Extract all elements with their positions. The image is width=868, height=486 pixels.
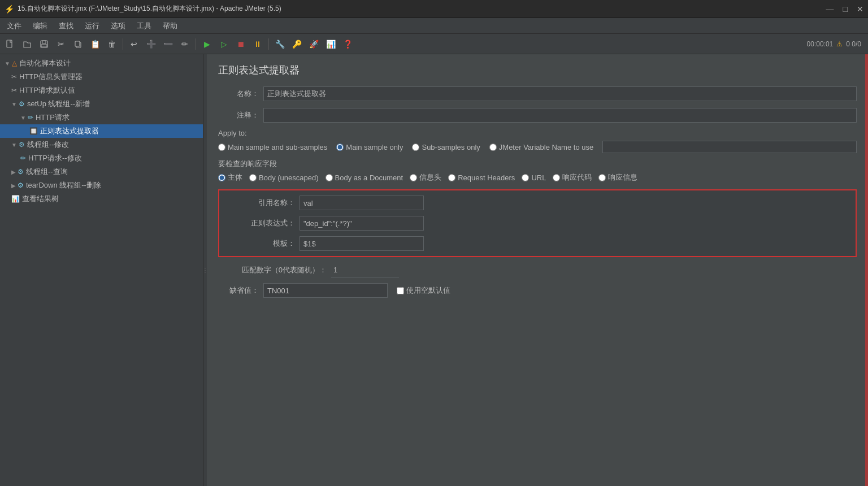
template-input[interactable] xyxy=(300,236,424,251)
menu-tools[interactable]: 工具 xyxy=(132,20,156,32)
apply-sub-only[interactable]: Sub-samples only xyxy=(412,143,480,151)
toolbar-paste[interactable]: 📋 xyxy=(87,36,103,52)
toolbar-start[interactable]: ▶ xyxy=(199,36,215,52)
resp-code[interactable]: 响应代码 xyxy=(553,172,592,183)
regex-input[interactable] xyxy=(300,216,424,231)
tree-item-http-header[interactable]: ✂ HTTP信息头管理器 xyxy=(0,70,203,84)
menu-file[interactable]: 文件 xyxy=(2,20,26,32)
toolbar-undo[interactable]: ↩ xyxy=(126,36,142,52)
resp-msg-radio[interactable] xyxy=(598,174,606,181)
toolbar-separator-1 xyxy=(123,38,123,50)
toolbar-edit[interactable]: ✏ xyxy=(177,36,193,52)
apply-main-sub[interactable]: Main sample and sub-samples xyxy=(218,143,327,151)
menu-run[interactable]: 运行 xyxy=(80,20,104,32)
resp-body-doc-label: Body as a Document xyxy=(335,173,403,182)
apply-jmeter-var-radio[interactable] xyxy=(489,144,497,151)
app-icon: ⚡ xyxy=(5,5,14,14)
toolbar-report[interactable]: 📊 xyxy=(323,36,338,52)
name-input[interactable] xyxy=(263,86,857,101)
toolbar-save[interactable] xyxy=(36,36,52,52)
close-button[interactable]: ✕ xyxy=(857,5,863,14)
toolbar-stop[interactable]: ⏹ xyxy=(233,36,249,52)
right-panel: 正则表达式提取器 名称： 注释： Apply to: Main sample a… xyxy=(207,54,868,486)
menu-options[interactable]: 选项 xyxy=(106,20,130,32)
resp-url-radio[interactable] xyxy=(522,174,529,181)
tree-item-modify-group[interactable]: ▼ ⚙ 线程组--修改 xyxy=(0,138,203,151)
toolbar-shutdown[interactable]: ⏸ xyxy=(250,36,266,52)
apply-sub-only-radio[interactable] xyxy=(412,144,419,151)
toolbar-delete[interactable]: 🗑 xyxy=(104,36,120,52)
tree-item-query-group[interactable]: ▶ ⚙ 线程组--查询 xyxy=(0,165,203,179)
highlighted-fields: 引用名称： 正则表达式： 模板： xyxy=(218,189,857,257)
toolbar-copy[interactable] xyxy=(70,36,86,52)
resp-body-unescaped-label: Body (unescaped) xyxy=(259,173,319,182)
default-input[interactable] xyxy=(263,283,388,298)
apply-main-sub-radio[interactable] xyxy=(218,144,225,151)
tree-item-http-modify[interactable]: ✏ HTTP请求--修改 xyxy=(0,151,203,165)
tree-label-http-header: HTTP信息头管理器 xyxy=(19,72,83,82)
tree-item-http-defaults[interactable]: ✂ HTTP请求默认值 xyxy=(0,84,203,97)
chevron-icon: ▼ xyxy=(11,142,17,148)
resp-info-head-radio[interactable] xyxy=(410,174,417,181)
menu-help[interactable]: 帮助 xyxy=(158,20,182,32)
response-radio-group: 主体 Body (unescaped) Body as a Document 信… xyxy=(218,172,857,183)
match-num-input[interactable] xyxy=(331,263,399,277)
resp-body-unescaped[interactable]: Body (unescaped) xyxy=(249,173,319,182)
apply-main-only-radio[interactable] xyxy=(336,144,344,151)
svg-rect-0 xyxy=(7,40,12,47)
title-bar: ⚡ 15.自动化脚本设计.jmx (F:\JMeter_Study\15.自动化… xyxy=(0,0,868,18)
toolbar-add[interactable]: ➕ xyxy=(143,36,159,52)
resp-msg[interactable]: 响应信息 xyxy=(598,172,637,183)
apply-jmeter-var[interactable]: JMeter Variable Name to use xyxy=(489,143,593,151)
jmeter-var-input[interactable] xyxy=(602,141,857,153)
toolbar-open[interactable] xyxy=(19,36,35,52)
toolbar-clear-all[interactable]: 🔑 xyxy=(289,36,305,52)
resp-body-doc-radio[interactable] xyxy=(326,174,333,181)
toolbar-cut[interactable]: ✂ xyxy=(53,36,69,52)
resp-body-unescaped-radio[interactable] xyxy=(249,174,257,181)
svg-rect-1 xyxy=(41,41,47,47)
use-empty-label: 使用空默认值 xyxy=(406,285,450,296)
window-title: 15.自动化脚本设计.jmx (F:\JMeter_Study\15.自动化脚本… xyxy=(18,4,826,14)
tree-item-http-request[interactable]: ▼ ✏ HTTP请求 xyxy=(0,111,203,124)
resp-info-head[interactable]: 信息头 xyxy=(410,172,441,183)
resp-body-doc[interactable]: Body as a Document xyxy=(326,173,403,182)
tree-item-result-tree[interactable]: 📊 查看结果树 xyxy=(0,192,203,206)
apply-main-only[interactable]: Main sample only xyxy=(336,143,403,151)
tree-label-http-request: HTTP请求 xyxy=(36,112,70,123)
name-label: 名称： xyxy=(218,89,263,99)
toolbar-start-no-pause[interactable]: ▷ xyxy=(216,36,232,52)
chevron-icon: ▶ xyxy=(11,169,16,175)
toolbar-new[interactable] xyxy=(2,36,18,52)
http-defaults-icon: ✂ xyxy=(11,86,17,94)
toolbar-help[interactable]: ❓ xyxy=(340,36,355,52)
resp-req-headers-radio[interactable] xyxy=(448,174,455,181)
tree-label-modify-group: 线程组--修改 xyxy=(27,140,69,150)
elapsed-time: 00:00:01 xyxy=(807,40,834,48)
resp-code-radio[interactable] xyxy=(553,174,560,181)
ref-name-input[interactable] xyxy=(300,196,424,210)
use-empty-checkbox[interactable] xyxy=(397,287,404,294)
comment-input[interactable] xyxy=(263,108,857,123)
toolbar-run-remote[interactable]: 🚀 xyxy=(306,36,322,52)
run-counts: 0 0/0 xyxy=(846,40,861,48)
tree-item-regex-extractor[interactable]: 🔲 正则表达式提取器 xyxy=(0,124,203,138)
toolbar-remove[interactable]: ➖ xyxy=(160,36,176,52)
teardown-icon: ⚙ xyxy=(18,181,24,189)
toolbar-clear[interactable]: 🔧 xyxy=(272,36,288,52)
chevron-icon: ▼ xyxy=(11,101,17,107)
tree-item-teardown[interactable]: ▶ ⚙ tearDown 线程组--删除 xyxy=(0,179,203,192)
resp-body-radio[interactable] xyxy=(218,174,225,181)
tree-item-setup-group[interactable]: ▼ ⚙ setUp 线程组--新增 xyxy=(0,97,203,111)
minimize-button[interactable]: — xyxy=(826,5,834,14)
setup-icon: ⚙ xyxy=(19,100,25,108)
menu-edit[interactable]: 编辑 xyxy=(28,20,52,32)
resp-body[interactable]: 主体 xyxy=(218,172,242,183)
tree-item-root[interactable]: ▼ △ 自动化脚本设计 xyxy=(0,57,203,70)
maximize-button[interactable]: □ xyxy=(843,5,848,14)
template-row: 模板： xyxy=(226,236,849,251)
use-empty-default[interactable]: 使用空默认值 xyxy=(397,285,450,296)
menu-search[interactable]: 查找 xyxy=(54,20,78,32)
resp-url[interactable]: URL xyxy=(522,173,546,182)
resp-req-headers[interactable]: Request Headers xyxy=(448,173,515,182)
